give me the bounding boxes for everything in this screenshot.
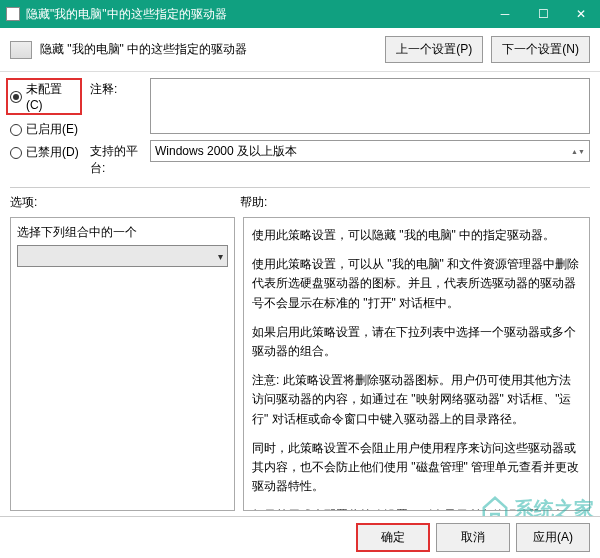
help-paragraph: 使用此策略设置，可以从 "我的电脑" 和文件资源管理器中删除代表所选硬盘驱动器的… (252, 255, 581, 313)
minimize-button[interactable]: ─ (486, 0, 524, 28)
column-headers: 选项: 帮助: (0, 188, 600, 215)
drive-combination-dropdown[interactable]: ▾ (17, 245, 228, 267)
cancel-button[interactable]: 取消 (436, 523, 510, 552)
options-label: 选项: (10, 194, 240, 211)
header-row: 隐藏 "我的电脑" 中的这些指定的驱动器 上一个设置(P) 下一个设置(N) (0, 28, 600, 72)
help-paragraph: 同时，此策略设置不会阻止用户使用程序来访问这些驱动器或其内容，也不会防止他们使用… (252, 439, 581, 497)
policy-title: 隐藏 "我的电脑" 中的这些指定的驱动器 (40, 41, 377, 58)
maximize-button[interactable]: ☐ (524, 0, 562, 28)
help-pane[interactable]: 使用此策略设置，可以隐藏 "我的电脑" 中的指定驱动器。 使用此策略设置，可以从… (243, 217, 590, 511)
radio-label: 已禁用(D) (26, 144, 79, 161)
close-button[interactable]: ✕ (562, 0, 600, 28)
comment-textarea[interactable] (150, 78, 590, 134)
scroll-arrows-icon[interactable]: ▲▼ (571, 148, 585, 155)
options-pane: 选择下列组合中的一个 ▾ (10, 217, 235, 511)
radio-label: 已启用(E) (26, 121, 78, 138)
radio-label: 未配置(C) (26, 81, 78, 112)
body-panes: 选择下列组合中的一个 ▾ 使用此策略设置，可以隐藏 "我的电脑" 中的指定驱动器… (0, 215, 600, 517)
platform-field: Windows 2000 及以上版本 ▲▼ (150, 140, 590, 162)
prev-setting-button[interactable]: 上一个设置(P) (385, 36, 483, 63)
radio-group: 未配置(C) 已启用(E) 已禁用(D) (10, 78, 82, 177)
footer-buttons: 确定 取消 应用(A) (0, 516, 600, 558)
next-setting-button[interactable]: 下一个设置(N) (491, 36, 590, 63)
platform-label: 支持的平台: (90, 140, 144, 177)
right-column: 注释: 支持的平台: Windows 2000 及以上版本 ▲▼ (90, 78, 590, 177)
ok-button[interactable]: 确定 (356, 523, 430, 552)
help-paragraph: 如果禁用或未配置此策略设置，则会显示所有的驱动器，也可以在下拉列表中选择 "不限… (252, 506, 581, 511)
radio-unconfigured[interactable]: 未配置(C) (6, 78, 82, 115)
help-paragraph: 注意: 此策略设置将删除驱动器图标。用户仍可使用其他方法访问驱动器的内容，如通过… (252, 371, 581, 429)
platform-value: Windows 2000 及以上版本 (155, 143, 297, 160)
radio-disabled[interactable]: 已禁用(D) (10, 144, 82, 161)
config-section: 未配置(C) 已启用(E) 已禁用(D) 注释: 支持的平台: Windows … (0, 72, 600, 181)
window-title: 隐藏"我的电脑"中的这些指定的驱动器 (26, 6, 486, 23)
apply-button[interactable]: 应用(A) (516, 523, 590, 552)
comment-label: 注释: (90, 78, 144, 98)
policy-icon (10, 41, 32, 59)
help-label: 帮助: (240, 194, 267, 211)
help-paragraph: 如果启用此策略设置，请在下拉列表中选择一个驱动器或多个驱动器的组合。 (252, 323, 581, 361)
window-titlebar: 隐藏"我的电脑"中的这些指定的驱动器 ─ ☐ ✕ (0, 0, 600, 28)
radio-enabled[interactable]: 已启用(E) (10, 121, 82, 138)
help-paragraph: 使用此策略设置，可以隐藏 "我的电脑" 中的指定驱动器。 (252, 226, 581, 245)
radio-icon (10, 124, 22, 136)
app-icon (6, 7, 20, 21)
chevron-down-icon: ▾ (218, 251, 223, 262)
radio-icon (10, 147, 22, 159)
select-label: 选择下列组合中的一个 (17, 224, 228, 241)
radio-icon (10, 91, 22, 103)
